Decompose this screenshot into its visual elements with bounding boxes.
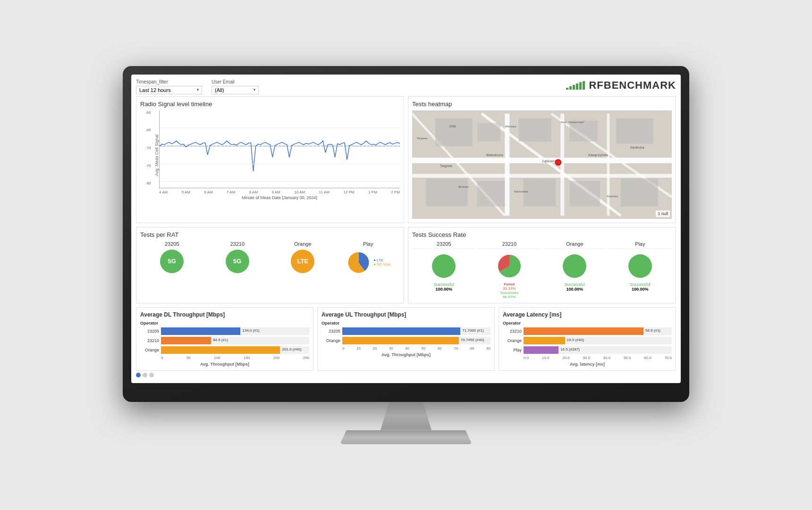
rat-col-23210: 23210 5G bbox=[206, 241, 270, 276]
svg-text:Aleja "Solidarności": Aleja "Solidarności" bbox=[560, 120, 584, 123]
rat-header-orange: Orange bbox=[271, 241, 335, 247]
monitor-wrapper: Timespan_filter Last 12 hours User Email bbox=[123, 66, 689, 444]
lat-bar-orange: Orange 19.5 (#40) bbox=[503, 337, 672, 344]
ul-xtick-60: 60 bbox=[438, 346, 442, 351]
dl-label-orange: Orange bbox=[140, 348, 159, 352]
signal-chart-panel: Radio Signal level timeline Avg. Meas Ce… bbox=[136, 96, 404, 223]
dashboard: Timespan_filter Last 12 hours User Email bbox=[131, 75, 681, 383]
svg-text:Targowa: Targowa bbox=[417, 136, 428, 139]
heatmap-panel: Tests heatmap bbox=[408, 96, 676, 223]
svg-text:Markowska: Markowska bbox=[514, 190, 528, 192]
rat-col-23205: 23205 5G bbox=[140, 241, 204, 276]
dl-title: Average DL Throughput [Mbps] bbox=[140, 311, 309, 318]
timespan-select-wrapper[interactable]: Last 12 hours bbox=[136, 85, 202, 94]
success-play-label: Successful bbox=[609, 282, 672, 287]
rat-grid: 23205 5G 23210 5G Orange LTE bbox=[140, 241, 400, 276]
success-play-content: Successful 100.00% bbox=[609, 252, 672, 292]
svg-rect-4 bbox=[505, 113, 509, 215]
lat-label-23210: 23210 bbox=[503, 329, 522, 334]
lat-x-label: Avg. latency [ms] bbox=[503, 362, 672, 367]
heatmap-title: Tests heatmap bbox=[412, 100, 672, 108]
dl-bar-23210: 23210 84.5 (#1) bbox=[140, 337, 309, 344]
lat-xtick-30: 30.0 bbox=[583, 356, 590, 360]
success-play-pie bbox=[626, 252, 654, 280]
bottom-charts: Average DL Throughput [Mbps] Operator 23… bbox=[136, 307, 676, 371]
lat-value-23210: 56.6 (#1) bbox=[645, 328, 660, 333]
dl-track-orange: 201.0 (#40) bbox=[161, 346, 309, 354]
ul-xtick-50: 50 bbox=[422, 346, 426, 351]
ul-title: Average UL Throughput [Mbps] bbox=[321, 311, 491, 318]
svg-text:Białostocka: Białostocka bbox=[486, 153, 503, 157]
xtick-4am: 4 AM bbox=[159, 190, 168, 194]
success-header-orange: Orange bbox=[543, 241, 607, 249]
gridline-1 bbox=[160, 128, 400, 128]
rat-header-23210: 23210 bbox=[206, 241, 270, 247]
ul-bars: 23205 71.7000 (#1) Orange bbox=[321, 327, 491, 344]
success-orange-content: Successful 100.00% bbox=[543, 252, 607, 292]
lat-bar-23210: 23210 56.6 (#1) bbox=[503, 327, 672, 335]
bar1 bbox=[566, 88, 568, 90]
success-23205-label: Successful bbox=[412, 282, 476, 287]
monitor-stand-neck bbox=[378, 402, 434, 430]
xtick-7am: 7 AM bbox=[227, 190, 235, 194]
success-23210-pie bbox=[495, 252, 524, 280]
success-panel-title: Tests Success Rate bbox=[412, 231, 672, 238]
svg-rect-15 bbox=[426, 178, 467, 206]
ul-xtick-40: 40 bbox=[405, 346, 409, 351]
success-col-play: Play Successful 100.00% bbox=[609, 241, 672, 299]
ul-xtick-20: 20 bbox=[372, 346, 377, 351]
ul-value-orange: 70.7450 (#40) bbox=[461, 338, 484, 342]
indicator-1 bbox=[136, 373, 141, 377]
lat-track-23210: 56.6 (#1) bbox=[524, 327, 672, 335]
dl-fill-orange bbox=[161, 346, 280, 354]
xtick-12pm: 12 PM bbox=[344, 190, 355, 194]
email-select-wrapper[interactable]: (All) bbox=[211, 85, 259, 94]
success-play-value: 100.00% bbox=[609, 287, 672, 292]
svg-rect-12 bbox=[519, 118, 551, 141]
xtick-1pm: 1 PM bbox=[368, 190, 377, 194]
success-orange-label: Successful bbox=[543, 282, 607, 287]
play-lte-label: ● LTE bbox=[373, 258, 390, 262]
ul-bar-orange: Orange 70.7450 (#40) bbox=[321, 337, 491, 344]
play-pie-chart bbox=[346, 250, 372, 276]
dl-xtick-0: 0 bbox=[161, 356, 163, 360]
success-orange-value: 100.00% bbox=[543, 287, 607, 292]
svg-text:Targowa: Targowa bbox=[440, 164, 452, 167]
success-23210-failed-label: Failed bbox=[478, 282, 541, 286]
timespan-select[interactable]: Last 12 hours bbox=[136, 86, 202, 94]
email-select[interactable]: (All) bbox=[211, 86, 259, 94]
svg-rect-11 bbox=[477, 123, 500, 141]
success-header-23205: 23205 bbox=[412, 241, 476, 249]
dl-bars: 23205 134.0 (#1) 23210 bbox=[140, 327, 309, 354]
email-label: User Email bbox=[211, 79, 259, 84]
svg-rect-17 bbox=[524, 178, 556, 206]
ul-fill-orange bbox=[342, 337, 459, 344]
lat-bar-play: Play 16.5 (#287) bbox=[503, 346, 672, 354]
dl-operator-label: Operator bbox=[140, 321, 309, 326]
tests-success-panel: Tests Success Rate 23205 Successful bbox=[408, 227, 676, 303]
lat-xtick-50: 50.0 bbox=[624, 356, 631, 360]
xtick-6am: 6 AM bbox=[204, 190, 212, 194]
xtick-11am: 11 AM bbox=[319, 190, 330, 194]
filters-area: Timespan_filter Last 12 hours User Email bbox=[136, 79, 259, 94]
map-container: Białostocka Ząbkowska Targowa Kawęczyńsk… bbox=[412, 110, 672, 219]
ul-xtick-90: 90 bbox=[486, 346, 491, 351]
play-5gnsa-label: ● 5G NSA bbox=[373, 262, 390, 267]
ul-label-orange: Orange bbox=[321, 338, 340, 343]
dl-value-23210: 84.5 (#1) bbox=[213, 338, 228, 342]
rat-panel-title: Tests per RAT bbox=[140, 231, 400, 238]
lat-xtick-60: 60.0 bbox=[644, 356, 651, 360]
dl-label-23210: 23210 bbox=[140, 338, 159, 343]
success-23210-content: Failed 33.33% Successful 66.67% bbox=[478, 252, 541, 299]
latency-operator-label: Operator bbox=[503, 321, 672, 326]
lat-track-orange: 19.5 (#40) bbox=[524, 337, 672, 344]
rat-badge-23210: 5G bbox=[226, 250, 249, 273]
latency-bars: 23210 56.6 (#1) Orange bbox=[503, 327, 672, 354]
brand-logo: RFBENCHMARK bbox=[566, 79, 676, 92]
gridline-avg bbox=[160, 146, 400, 146]
lat-label-orange: Orange bbox=[503, 338, 522, 343]
lat-label-play: Play bbox=[503, 348, 522, 352]
tests-per-rat-panel: Tests per RAT 23205 5G 23210 5G bbox=[136, 227, 404, 303]
success-23210-failed-value: 33.33% bbox=[478, 286, 541, 291]
svg-rect-14 bbox=[616, 118, 653, 143]
